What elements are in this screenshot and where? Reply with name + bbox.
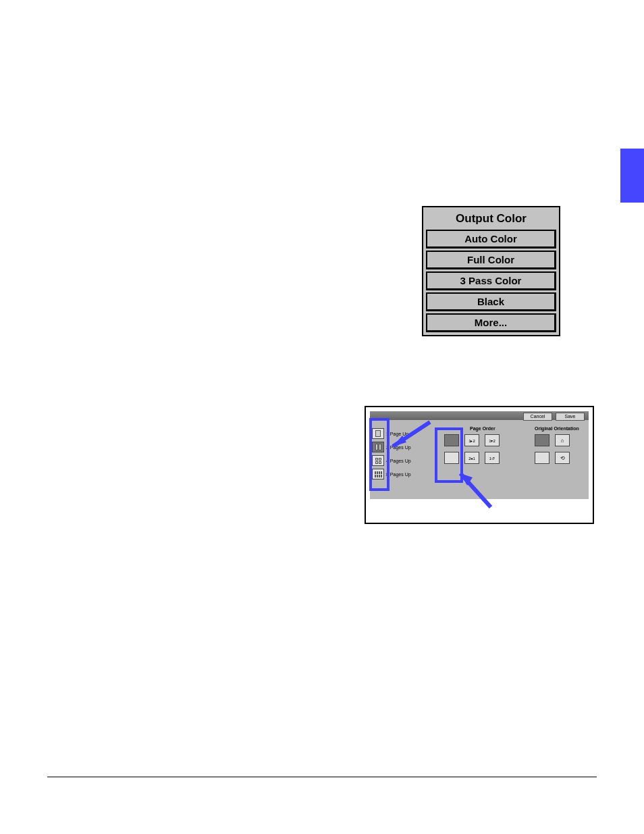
orientation-option-1[interactable] — [535, 434, 549, 446]
black-button[interactable]: Black — [426, 292, 556, 311]
portrait-icon: ⌂ — [561, 438, 564, 444]
page-order-option-1[interactable] — [444, 434, 459, 446]
full-color-button[interactable]: Full Color — [426, 251, 556, 269]
page-icon-8up — [372, 469, 384, 479]
orientation-option-2[interactable]: ⌂ — [555, 434, 570, 446]
page-order-option-3[interactable]: 1▾2 — [485, 434, 500, 446]
cancel-button[interactable]: Cancel — [523, 413, 552, 421]
option-2-pages-up[interactable]: 2 Pages Up — [372, 441, 411, 453]
orientation-option-4[interactable]: ⟲ — [555, 452, 570, 464]
page-order-option-6[interactable]: 1↺ — [485, 452, 500, 464]
option-1-page-up[interactable]: 1 Page Up — [372, 427, 408, 440]
option-label: 1 Page Up — [386, 432, 408, 436]
option-8-pages-up[interactable]: 8 Pages Up — [372, 468, 411, 480]
page-icon-4up — [372, 455, 384, 466]
option-label: 4 Pages Up — [386, 459, 411, 463]
landscape-icon: ⟲ — [560, 455, 565, 461]
page-icon-2up — [372, 442, 384, 452]
multiup-screenshot: Cancel Save 1 Page Up 2 Pages Up 4 Pages… — [365, 406, 594, 524]
page-order-option-5[interactable]: 2◂1 — [464, 452, 479, 464]
output-color-panel: Output Color Auto Color Full Color 3 Pas… — [422, 206, 560, 336]
page-order-option-4[interactable] — [444, 452, 459, 464]
3-pass-color-button[interactable]: 3 Pass Color — [426, 271, 556, 290]
more-button[interactable]: More... — [426, 313, 556, 332]
orientation-label: Original Orientation — [535, 426, 579, 431]
option-4-pages-up[interactable]: 4 Pages Up — [372, 454, 411, 467]
side-tab — [620, 149, 644, 203]
output-color-title: Output Color — [426, 210, 556, 230]
footer-rule — [47, 777, 597, 777]
page-order-option-2[interactable]: 1▸2 — [464, 434, 479, 446]
auto-color-button[interactable]: Auto Color — [426, 230, 556, 249]
option-label: 8 Pages Up — [386, 472, 411, 477]
option-label: 2 Pages Up — [386, 445, 411, 450]
save-button[interactable]: Save — [556, 413, 585, 421]
page-icon-1up — [372, 428, 384, 439]
page-order-label: Page Order — [470, 426, 495, 431]
orientation-option-3[interactable] — [535, 452, 549, 464]
multiup-window: Cancel Save 1 Page Up 2 Pages Up 4 Pages… — [370, 411, 589, 499]
